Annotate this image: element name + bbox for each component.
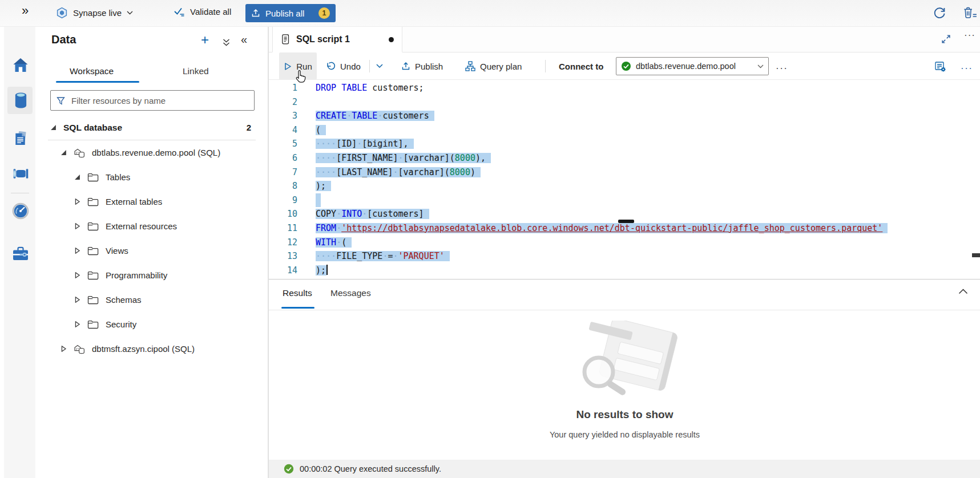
filter-resources-input[interactable] [70,95,248,106]
sql-script-icon [281,34,291,45]
tab-results[interactable]: Results [283,288,312,298]
tree-item[interactable]: External tables [35,189,268,214]
pool-select-dropdown[interactable]: dbtlabs.revenue.demo.pool [616,57,769,75]
tab-sql-script-1[interactable]: SQL script 1 [272,26,402,52]
sql-code-editor[interactable]: 1DROP TABLE customers;23CREATE·TABLE·cus… [269,81,980,277]
tab-workspace[interactable]: Workspace [70,66,114,76]
line-number: 5 [269,137,316,151]
undo-button[interactable]: Undo [326,52,361,80]
publish-all-button[interactable]: Publish all 1 [245,4,336,22]
add-resource-icon[interactable]: + [201,32,209,48]
discard-all-trash-icon[interactable] [962,6,977,19]
undo-icon [326,62,336,71]
tree-item[interactable]: Programmability [35,263,268,287]
selection-highlight: WITH·( [316,237,352,248]
code-token-pl: ); [316,181,326,191]
environment-label: Synapse live [73,8,122,18]
run-options-chevron[interactable] [376,52,383,80]
collapse-results-chevron-icon[interactable] [958,289,968,294]
line-number: 3 [269,109,316,123]
filter-resources-box[interactable] [50,90,255,111]
tab-messages[interactable]: Messages [330,288,371,298]
code-line[interactable]: 13····FILE_TYPE·=·'PARQUET' [269,249,980,264]
folder-icon [87,270,99,280]
collapse-panel-icon[interactable]: « [241,33,247,46]
code-line[interactable]: 14); [269,264,980,278]
code-line[interactable]: 12WITH·( [269,236,980,250]
code-line[interactable]: 8); [269,179,980,193]
refresh-icon[interactable] [933,6,946,20]
editor-toolbar: Run Undo Publish [269,52,980,80]
nav-home-icon[interactable] [10,54,31,76]
nav-data-icon[interactable] [10,89,31,112]
run-button[interactable]: Run [279,52,317,80]
collapsed-chevron-icon[interactable] [74,248,81,254]
nav-monitor-icon[interactable] [10,200,31,222]
code-line[interactable]: 3CREATE·TABLE·customers [269,109,980,123]
tree-item-count: 2 [247,123,268,132]
selection-highlight: ····[FIRST_NAME]·[varchar](8000), [316,153,491,163]
editor-more-icon[interactable]: ··· [961,55,973,82]
rail-divider [11,193,29,193]
code-token-ws: · [362,209,367,219]
collapsed-chevron-icon[interactable] [74,199,81,205]
tree-item[interactable]: Tables [35,165,268,189]
code-line[interactable]: 5····[ID]·[bigint], [269,137,980,151]
collapsed-chevron-icon[interactable] [74,272,81,278]
collapsed-chevron-icon[interactable] [61,346,67,352]
toolbar-more-icon[interactable]: ··· [776,55,788,82]
expanded-chevron-icon[interactable] [61,149,67,156]
code-token-ws: · [346,111,352,121]
nav-integrate-icon[interactable] [10,162,31,185]
expand-editor-icon[interactable] [941,34,951,44]
code-token-kw: INTO [341,209,362,219]
no-results-subtitle: Your query yielded no displayable result… [269,430,980,439]
tab-linked[interactable]: Linked [183,66,209,76]
collapsed-chevron-icon[interactable] [74,223,81,229]
tree-item[interactable]: Schemas [35,287,268,312]
code-line[interactable]: 9 [269,193,980,208]
expand-panel-icon[interactable]: » [22,3,29,18]
folder-icon [87,319,99,329]
toolbar-separator [545,60,546,72]
code-token-pl: ) [470,167,475,177]
pool-select-value: dbtlabs.revenue.demo.pool [636,62,753,71]
publish-script-button[interactable]: Publish [401,52,443,80]
code-line[interactable]: 6····[FIRST_NAME]·[varchar](8000), [269,151,980,165]
nav-manage-icon[interactable] [10,242,31,265]
environment-switcher[interactable]: Synapse live [56,7,133,19]
tree-item[interactable]: External resources [35,214,268,238]
code-line[interactable]: 11FROM·'https://dbtlabsynapsedatalake.bl… [269,221,980,236]
expanded-chevron-icon[interactable] [50,124,57,131]
code-token-pl: [customers] [367,209,424,219]
tree-item[interactable]: dbtlabs.revenue.demo.pool (SQL) [35,140,268,165]
code-token-ws: · [393,251,398,261]
publish-count-badge: 1 [318,7,330,19]
tree-item[interactable]: dbtmsft.azsyn.cipool (SQL) [35,337,268,361]
validate-check-icon [174,7,185,17]
query-plan-button[interactable]: Query plan [465,52,522,80]
line-number: 12 [269,236,316,250]
line-number: 4 [269,123,316,137]
collapsed-chevron-icon[interactable] [74,297,81,303]
query-status-bar: 00:00:02 Query executed successfully. [269,460,980,478]
tree-item[interactable]: SQL database2 [35,115,268,140]
results-splitter-grip[interactable] [618,220,634,223]
toolbar-separator [369,60,370,72]
tree-item[interactable]: Views [35,238,268,263]
collapsed-chevron-icon[interactable] [74,321,81,327]
code-line[interactable]: 1DROP TABLE customers; [269,81,980,95]
code-line[interactable]: 7····[LAST_NAME]·[varchar](8000) [269,165,980,180]
code-line[interactable]: 4( [269,123,980,137]
collapse-tree-icon[interactable] [223,39,230,47]
code-line[interactable]: 2 [269,95,980,110]
folder-icon [87,197,99,206]
no-results-title: No results to show [269,408,980,421]
nav-develop-icon[interactable] [10,127,31,149]
tab-bar-more-icon[interactable]: ··· [964,30,975,41]
tab-title: SQL script 1 [296,34,350,44]
expanded-chevron-icon[interactable] [74,174,81,180]
properties-icon[interactable] [934,60,946,72]
tree-item[interactable]: Security [35,312,268,337]
validate-all-button[interactable]: Validate all [174,7,231,17]
